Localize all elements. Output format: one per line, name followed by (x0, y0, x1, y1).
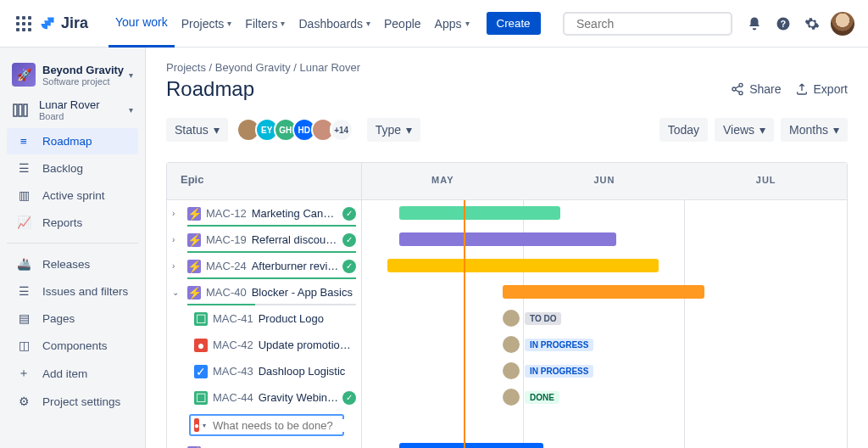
issue-key[interactable]: MAC-24 (206, 260, 247, 272)
sidebar-item-active-sprint[interactable]: ▥Active sprint (7, 182, 138, 209)
new-issue-input[interactable]: ●▾ (189, 414, 344, 436)
project-header[interactable]: 🚀 Beyond Gravity Software project ▾ (7, 58, 138, 92)
sidebar-item-add[interactable]: ＋Add item (7, 359, 138, 388)
profile-avatar[interactable] (831, 12, 854, 36)
timescale-button[interactable]: Months▾ (781, 118, 848, 142)
search-box[interactable] (563, 12, 732, 36)
issue-key[interactable]: MAC-43 (213, 365, 253, 378)
board-header[interactable]: Lunar Rover Board ▾ (7, 92, 138, 128)
assignee-chip[interactable]: DONE (503, 389, 559, 406)
assignee-filter[interactable]: EY GH HD +14 (242, 118, 353, 142)
assignee-chip[interactable]: IN PROGRESS (503, 362, 593, 379)
share-button[interactable]: Share (731, 82, 781, 96)
export-button[interactable]: Export (795, 82, 848, 96)
svg-rect-4 (22, 22, 25, 25)
chevron-down-icon: ▾ (214, 123, 220, 137)
nav-your-work[interactable]: Your work (108, 0, 175, 48)
issue-key[interactable]: MAC-40 (206, 286, 247, 299)
timeline-row (362, 200, 847, 227)
svg-text:?: ? (781, 18, 786, 28)
assignee-avatar[interactable] (503, 336, 520, 353)
notifications-icon[interactable] (741, 10, 768, 37)
nav-apps[interactable]: Apps▾ (428, 0, 476, 48)
status-badge[interactable]: DONE (525, 391, 559, 404)
gantt-bar[interactable] (399, 232, 616, 246)
issue-key[interactable]: MAC-44 (213, 391, 253, 404)
sidebar-item-releases[interactable]: 🚢Releases (7, 250, 138, 277)
epic-row[interactable]: ›⚡MAC-19Referral discounts✓ (167, 227, 361, 253)
issue-summary: Afterburner revision III (252, 260, 339, 272)
epic-row[interactable]: ✓MAC-43Dashloop Logistic (167, 358, 361, 384)
assignee-avatar[interactable] (503, 362, 520, 379)
chevron-right-icon[interactable]: › (172, 261, 184, 271)
chevron-right-icon[interactable]: › (172, 209, 184, 218)
assignee-avatar[interactable] (503, 310, 520, 327)
divider (7, 243, 138, 244)
epic-row[interactable]: ›⚡MAC-24Afterburner revision III✓ (167, 253, 361, 279)
breadcrumb-projects[interactable]: Projects (166, 61, 206, 74)
assignee-chip[interactable]: TO DO (503, 310, 561, 327)
releases-icon: 🚢 (15, 257, 32, 271)
epic-row[interactable]: ●MAC-42Update promotion groups (167, 332, 361, 358)
new-issue-field[interactable] (213, 419, 355, 432)
sidebar-item-backlog[interactable]: ☰Backlog (7, 154, 138, 182)
sidebar-item-settings[interactable]: ⚙Project settings (7, 388, 138, 415)
nav-projects[interactable]: Projects▾ (175, 0, 239, 48)
nav-filters[interactable]: Filters▾ (238, 0, 292, 48)
jira-logo[interactable]: Jira (39, 14, 88, 32)
sidebar-item-reports[interactable]: 📈Reports (7, 209, 138, 236)
app-switcher-icon[interactable] (14, 14, 34, 34)
breadcrumb-board[interactable]: Lunar Rover (300, 61, 361, 74)
gantt-bar[interactable] (503, 285, 704, 299)
month-header: JUN (524, 163, 686, 199)
assignee-avatar[interactable] (503, 389, 520, 406)
issue-key[interactable]: MAC-12 (206, 207, 247, 220)
timeline[interactable]: TO DOIN PROGRESSIN PROGRESSDONE (362, 200, 847, 448)
views-button[interactable]: Views▾ (715, 118, 774, 142)
epic-row[interactable]: ☐MAC-41Product Logo (167, 305, 361, 332)
help-icon[interactable]: ? (770, 10, 797, 37)
issue-key[interactable]: MAC-42 (213, 339, 253, 351)
epic-row[interactable]: ⌄⚡MAC-40Blocker - App Basics (167, 279, 361, 305)
sidebar-item-roadmap[interactable]: ≡Roadmap (7, 128, 138, 154)
today-button[interactable]: Today (659, 118, 708, 142)
gantt-bar[interactable] (387, 259, 659, 272)
avatar-overflow[interactable]: +14 (330, 118, 353, 142)
epic-row[interactable]: ›⚡MAC-70Website side panel (167, 440, 361, 448)
svg-rect-2 (28, 16, 31, 20)
settings-icon[interactable] (798, 10, 826, 37)
nav-people[interactable]: People (377, 0, 428, 48)
sidebar-item-issues[interactable]: ☰Issues and filters (7, 277, 138, 305)
chevron-down-icon: ▾ (129, 70, 133, 80)
epic-row[interactable]: ›⚡MAC-12Marketing Candidate✓ (167, 200, 361, 227)
chevron-down-icon[interactable]: ▾ (203, 422, 206, 429)
gantt-bar[interactable] (399, 206, 560, 220)
breadcrumb-project[interactable]: Beyond Gravity (215, 61, 291, 74)
epic-row[interactable]: ☐MAC-44Gravity Webinar Blog✓ (167, 384, 361, 411)
sidebar-item-pages[interactable]: ▤Pages (7, 305, 138, 332)
issue-key[interactable]: MAC-41 (213, 312, 253, 325)
export-icon (795, 82, 809, 96)
epic-icon: ⚡ (187, 207, 201, 221)
status-filter[interactable]: Status▾ (166, 118, 228, 142)
issue-type-icon[interactable]: ● (194, 418, 199, 432)
gantt-bar[interactable] (399, 443, 543, 448)
timeline-row: IN PROGRESS (362, 358, 847, 384)
issue-key[interactable]: MAC-19 (206, 233, 247, 246)
assignee-chip[interactable]: IN PROGRESS (503, 336, 593, 353)
chevron-down-icon: ▾ (833, 123, 839, 137)
issue-summary: Dashloop Logistic (259, 365, 356, 378)
month-header: JUL (685, 163, 847, 199)
chevron-down-icon[interactable]: ⌄ (172, 288, 184, 297)
issue-summary: Gravity Webinar Blog (259, 391, 339, 404)
sidebar-item-components[interactable]: ◫Components (7, 332, 138, 359)
status-badge[interactable]: TO DO (525, 312, 561, 325)
svg-rect-14 (19, 104, 22, 116)
status-badge[interactable]: IN PROGRESS (525, 365, 593, 378)
create-button[interactable]: Create (487, 12, 541, 35)
nav-dashboards[interactable]: Dashboards▾ (292, 0, 377, 48)
status-badge[interactable]: IN PROGRESS (525, 339, 593, 351)
type-filter[interactable]: Type▾ (367, 118, 420, 142)
chevron-right-icon[interactable]: › (172, 235, 184, 244)
search-input[interactable] (576, 17, 725, 31)
